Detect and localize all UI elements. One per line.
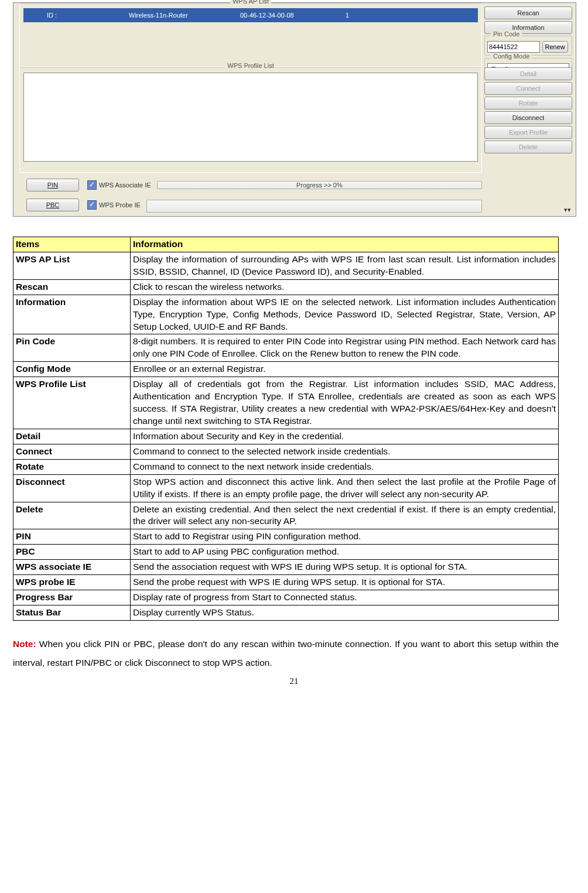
table-desc: Stop WPS action and disconnect this acti… [131,474,559,502]
checkbox-icon [87,180,97,190]
renew-button[interactable]: Renew [542,41,568,53]
pin-code-legend: Pin Code [491,30,522,37]
wps-associate-ie-label: WPS Associate IE [99,182,151,189]
table-desc: Click to rescan the wireless networks. [131,279,559,295]
table-row: Config ModeEnrollee or an external Regis… [13,362,559,377]
wps-profile-listbox[interactable] [23,73,478,162]
note-paragraph: Note: When you click PIN or PBC, please … [13,635,559,673]
table-desc: Display the information about WPS IE on … [131,295,559,334]
table-row: RotateCommand to connect to the next net… [13,459,559,474]
table-row: WPS Profile ListDisplay all of credentia… [13,377,559,429]
ap-row-bssid: 00-46-12-34-00-08 [240,12,346,19]
table-desc: Display all of credentials got from the … [131,377,559,429]
wps-utility-panel: WPS AP List ID : Wireless-11n-Router 00-… [13,2,576,217]
lower-area: WPS Profile List Detail Connect Rotate D… [13,67,576,176]
progress-bar: Progress >> 0% [157,181,482,189]
pin-button[interactable]: PIN [26,179,79,191]
table-row: PINStart to add to Registrar using PIN c… [13,529,559,545]
table-item: Delete [13,502,131,529]
table-row: DeleteDelete an existing credential. And… [13,502,559,529]
ap-list-selected-row[interactable]: ID : Wireless-11n-Router 00-46-12-34-00-… [23,8,478,22]
table-desc: Enrollee or an external Registrar. [131,362,559,377]
table-item: Progress Bar [13,590,131,605]
table-desc: Command to connect to the next network i… [131,459,559,474]
info-table: Items Information WPS AP ListDisplay the… [13,237,559,621]
table-desc: 8-digit numbers. It is required to enter… [131,334,559,362]
table-row: InformationDisplay the information about… [13,295,559,334]
table-desc: Display the information of surrounding A… [131,252,559,279]
note-text: When you click PIN or PBC, please don't … [13,639,559,668]
table-desc: Start to add to AP using PBC configurati… [131,545,559,560]
status-bar [146,200,482,213]
table-desc: Send the association request with WPS IE… [131,560,559,575]
rotate-button[interactable]: Rotate [484,97,572,110]
pin-code-input[interactable] [487,41,540,53]
bottom-row-1: PIN WPS Associate IE Progress >> 0% [13,176,576,195]
table-item: Information [13,295,131,334]
table-row: Pin Code8-digit numbers. It is required … [13,334,559,362]
table-desc: Send the probe request with WPS IE durin… [131,575,559,590]
table-row: Progress BarDisplay rate of progress fro… [13,590,559,605]
connect-button[interactable]: Connect [484,82,572,95]
table-row: WPS associate IESend the association req… [13,560,559,575]
table-row: WPS probe IESend the probe request with … [13,575,559,590]
table-item: Rotate [13,459,131,474]
table-item: WPS probe IE [13,575,131,590]
table-row: WPS AP ListDisplay the information of su… [13,252,559,279]
ap-row-channel: 1 [346,12,472,19]
wps-ap-list-legend: WPS AP List [230,0,271,5]
table-item: WPS associate IE [13,560,131,575]
table-desc: Display rate of progress from Start to C… [131,590,559,605]
table-item: Status Bar [13,605,131,620]
page-number: 21 [0,676,588,686]
detail-button[interactable]: Detail [484,67,572,80]
delete-button[interactable]: Delete [484,141,572,153]
table-item: Connect [13,444,131,459]
table-item: Pin Code [13,334,131,362]
rescan-button[interactable]: Rescan [484,6,572,19]
config-mode-legend: Config Mode [491,53,532,60]
wps-probe-ie-check[interactable]: WPS Probe IE [87,200,141,210]
table-row: PBCStart to add to AP using PBC configur… [13,545,559,560]
table-item: WPS Profile List [13,377,131,429]
table-desc: Display currently WPS Status. [131,605,559,620]
table-row: DisconnectStop WPS action and disconnect… [13,474,559,502]
table-item: Rescan [13,279,131,295]
export-profile-button[interactable]: Export Profile [484,126,572,139]
pbc-button[interactable]: PBC [26,199,79,211]
table-item: PIN [13,529,131,545]
table-row: ConnectCommand to connect to the selecte… [13,444,559,459]
table-desc: Information about Security and Key in th… [131,429,559,444]
wps-profile-list-legend: WPS Profile List [225,62,276,69]
disconnect-button[interactable]: Disconnect [484,111,572,124]
table-desc: Command to connect to the selected netwo… [131,444,559,459]
table-item: PBC [13,545,131,560]
table-head-items: Items [13,237,131,252]
wps-profile-list-fieldset: WPS Profile List [19,67,482,173]
progress-text: Progress >> 0% [296,182,343,189]
checkbox-icon [87,200,97,210]
info-table-container: Items Information WPS AP ListDisplay the… [13,237,559,621]
table-row: DetailInformation about Security and Key… [13,429,559,444]
table-desc: Start to add to Registrar using PIN conf… [131,529,559,545]
wps-associate-ie-check[interactable]: WPS Associate IE [87,180,151,190]
note-label: Note: [13,639,36,649]
expand-arrow-icon[interactable]: ▾▾ [564,206,571,214]
table-desc: Delete an existing credential. And then … [131,502,559,529]
table-item: Detail [13,429,131,444]
table-item: WPS AP List [13,252,131,279]
table-item: Config Mode [13,362,131,377]
table-row: RescanClick to rescan the wireless netwo… [13,279,559,295]
table-row: Status BarDisplay currently WPS Status. [13,605,559,620]
bottom-row-2: PBC WPS Probe IE [13,195,576,216]
wps-probe-ie-label: WPS Probe IE [99,201,141,208]
side-column-mid: Detail Connect Rotate Disconnect Export … [484,67,572,155]
wps-ap-list-fieldset: WPS AP List ID : Wireless-11n-Router 00-… [19,3,482,67]
table-head-info: Information [131,237,559,252]
table-item: Disconnect [13,474,131,502]
ap-row-ssid: Wireless-11n-Router [129,12,240,19]
ap-row-id-label: ID : [47,12,129,19]
ap-row-col1 [29,12,47,19]
